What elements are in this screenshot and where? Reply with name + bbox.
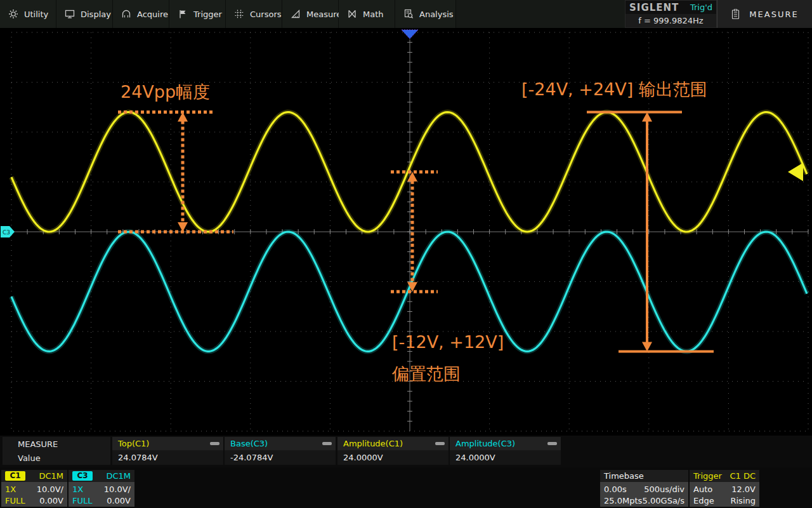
menu-item-measure[interactable]: Measure <box>282 0 339 28</box>
value-row-label: Value <box>18 453 41 463</box>
measure-tab-label: MEASURE <box>749 10 798 19</box>
display-icon <box>65 9 75 19</box>
measurement-value: -24.0784V <box>225 450 336 465</box>
measurement-value: 24.0784V <box>112 450 223 465</box>
c3-badge: C3 <box>72 471 93 481</box>
menu-label: Analysis <box>419 10 454 19</box>
measurement-top-c1[interactable]: Top(C1) 24.0784V <box>112 437 223 465</box>
measurement-base-c3[interactable]: Base(C3) -24.0784V <box>225 437 336 465</box>
timebase-rate: 5.00GSa/s <box>643 496 684 505</box>
menu-label: Measure <box>306 10 341 19</box>
menu-item-display[interactable]: Display <box>56 0 113 28</box>
timebase-descriptor[interactable]: Timebase 0.00s 500us/div 25.0Mpts 5.00GS… <box>600 470 688 507</box>
trigger-title: Trigger <box>693 471 722 481</box>
measurement-label: Amplitude(C3) <box>450 437 561 450</box>
remove-measurement-button[interactable] <box>435 442 445 445</box>
annotation-offset-range-label-2: 偏置范围 <box>392 363 461 385</box>
measurement-strip: MEASURE Value Top(C1) 24.0784V Base(C3) … <box>0 436 812 467</box>
measurement-value: 24.0000V <box>450 450 561 465</box>
frequency-counter: f = 999.9824Hz <box>625 14 716 27</box>
c3-scale: 10.0V/ <box>104 485 131 494</box>
ruler-icon <box>291 9 301 19</box>
trigger-mode: Auto <box>693 485 712 494</box>
channel-descriptor-c3[interactable]: C3 DC1M 1X 10.0V/ FULL 0.00V <box>69 470 134 507</box>
remove-measurement-button[interactable] <box>547 442 557 445</box>
measurement-amplitude-c3[interactable]: Amplitude(C3) 24.0000V <box>450 437 561 465</box>
menu-label: Utility <box>24 10 48 19</box>
measurement-value: 24.0000V <box>337 450 449 465</box>
timebase-scale: 500us/div <box>644 485 684 494</box>
bottom-bar: C1 DC1M 1X 10.0V/ FULL 0.00V C3 DC1M 1X … <box>0 467 812 508</box>
channel-descriptor-c1[interactable]: C1 DC1M 1X 10.0V/ FULL 0.00V <box>1 470 67 507</box>
menu-spacer <box>456 0 625 28</box>
measurement-label: Base(C3) <box>225 437 336 450</box>
scope-markers: C3 <box>1 30 803 237</box>
menu-label: Cursors <box>250 10 282 19</box>
channel-offset-marker[interactable]: C3 <box>1 226 15 237</box>
measurement-label: Amplitude(C1) <box>337 437 449 450</box>
measure-panel-tab[interactable]: MEASURE <box>717 0 812 28</box>
menu-label: Math <box>363 10 384 19</box>
gear-icon <box>8 9 18 19</box>
brand-logo: SIGLENT <box>629 2 679 13</box>
menu-bar: Utility Display Acquire Trigger <box>0 0 812 28</box>
cursors-icon <box>234 9 244 19</box>
c1-badge: C1 <box>5 471 25 481</box>
trigger-source: C1 DC <box>730 471 756 481</box>
status-block: SIGLENT Trig'd f = 999.9824Hz <box>625 0 717 28</box>
measurement-label-column: MEASURE Value <box>3 437 110 465</box>
menu-item-cursors[interactable]: Cursors <box>226 0 282 28</box>
menu-item-utility[interactable]: Utility <box>0 0 56 28</box>
analysis-icon <box>403 9 414 19</box>
trigger-descriptor[interactable]: Trigger C1 DC Auto 12.0V Edge Rising <box>690 470 759 507</box>
clipboard-icon <box>731 9 740 20</box>
trigger-slope: Rising <box>730 496 756 505</box>
c1-scale: 10.0V/ <box>37 485 63 494</box>
measurement-label: Top(C1) <box>112 437 223 450</box>
c3-coupling: DC1M <box>106 471 131 481</box>
annotation-offset-range-label-1: [-12V, +12V] <box>392 332 504 352</box>
remove-measurement-button[interactable] <box>322 442 332 445</box>
waveform-display: C3 24Vpp幅度 [-24V, +24V] 输出范围 [-12V, +12V… <box>0 28 812 436</box>
flag-icon <box>178 9 188 19</box>
timebase-title: Timebase <box>604 471 644 481</box>
menu-item-trigger[interactable]: Trigger <box>169 0 226 28</box>
c3-offset: 0.00V <box>107 496 131 505</box>
c1-offset: 0.00V <box>39 496 63 505</box>
c3-probe: 1X <box>72 485 83 494</box>
remove-measurement-button[interactable] <box>210 442 219 445</box>
menu-label: Trigger <box>193 10 222 19</box>
trigger-level: 12.0V <box>731 485 756 494</box>
timebase-points: 25.0Mpts <box>604 496 642 505</box>
c1-bandwidth: FULL <box>5 496 25 505</box>
menu-item-acquire[interactable]: Acquire <box>113 0 169 28</box>
c1-coupling: DC1M <box>39 471 63 481</box>
trigger-level-marker[interactable] <box>788 163 803 181</box>
c1-probe: 1X <box>5 485 16 494</box>
offset-marker-label: C3 <box>3 229 10 236</box>
annotation-amplitude-label: 24Vpp幅度 <box>121 81 210 104</box>
trigger-position-marker[interactable] <box>402 30 418 39</box>
measure-strip-title: MEASURE <box>18 439 58 449</box>
menu-item-analysis[interactable]: Analysis <box>395 0 456 28</box>
trigger-type: Edge <box>693 496 714 505</box>
timebase-delay: 0.00s <box>604 485 627 494</box>
math-icon <box>347 9 357 19</box>
measurement-amplitude-c1[interactable]: Amplitude(C1) 24.0000V <box>337 437 449 465</box>
menu-item-math[interactable]: Math <box>339 0 395 28</box>
trigger-status-badge: Trig'd <box>690 3 712 12</box>
menu-label: Display <box>81 10 111 19</box>
c3-bandwidth: FULL <box>72 496 92 505</box>
acquire-icon <box>121 9 131 19</box>
annotation-output-range-label: [-24V, +24V] 输出范围 <box>521 78 707 101</box>
menu-label: Acquire <box>137 10 168 19</box>
